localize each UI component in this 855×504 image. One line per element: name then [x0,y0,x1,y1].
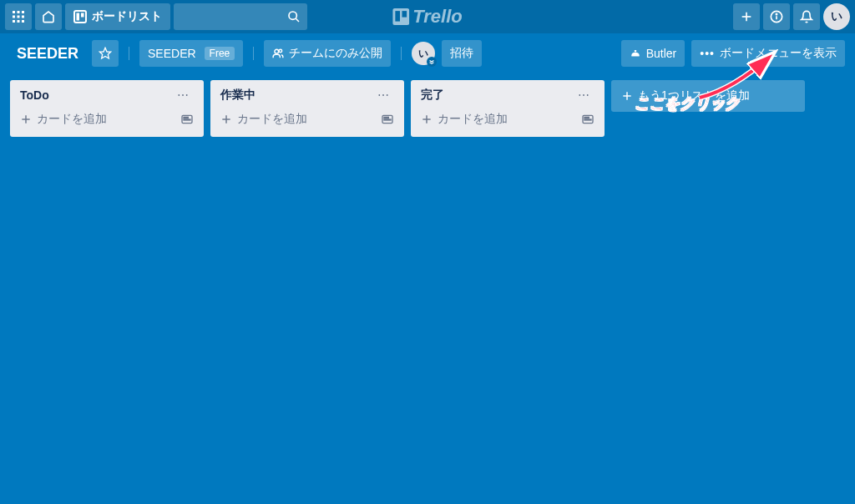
board-header: SEEDER SEEDER Free チームにのみ公開 い 招待 Butler … [0,33,855,73]
card-template-button[interactable] [177,109,197,129]
svg-rect-9 [74,11,86,23]
list-menu-button[interactable]: ⋯ [372,87,394,103]
svg-rect-2 [22,11,24,13]
butler-button[interactable]: Butler [621,40,686,67]
list-title[interactable]: ToDo [20,88,49,102]
svg-rect-16 [402,11,407,18]
list: ToDo ⋯ カードを追加 [10,80,204,137]
svg-point-21 [776,13,777,14]
svg-rect-0 [13,11,15,13]
search-icon [287,10,301,23]
list: 完了 ⋯ カードを追加 [411,80,605,137]
svg-line-13 [296,18,299,22]
list-title[interactable]: 作業中 [220,88,255,103]
invite-label: 招待 [450,46,473,61]
top-header: ボードリスト Trello い [0,0,855,33]
team-plan-badge: Free [205,47,235,60]
svg-rect-7 [18,20,20,23]
notifications-button[interactable] [793,3,820,30]
svg-rect-39 [584,117,589,118]
svg-point-24 [279,49,282,53]
logo[interactable]: Trello [392,6,463,28]
svg-rect-5 [22,16,24,18]
svg-rect-40 [584,119,591,120]
plus-icon [20,113,32,125]
add-list-label: もう1つリストを追加 [638,88,750,103]
card-template-button[interactable] [578,109,598,129]
team-icon [272,48,284,59]
svg-rect-25 [635,50,636,52]
home-button[interactable] [35,3,62,30]
trello-logo-icon [392,8,409,25]
add-card-button[interactable]: カードを追加 [17,108,177,130]
template-icon [180,113,194,126]
trello-board-icon [73,10,87,23]
search-input[interactable] [174,3,307,30]
star-icon [99,47,112,60]
apps-button[interactable] [5,3,32,30]
list: 作業中 ⋯ カードを追加 [210,80,404,137]
board-member-avatar[interactable]: い [412,42,435,65]
svg-rect-10 [77,13,80,21]
svg-marker-22 [99,48,110,58]
board-title[interactable]: SEEDER [10,45,85,63]
user-avatar[interactable]: い [823,3,850,30]
add-card-button[interactable]: カードを追加 [217,108,377,130]
team-name: SEEDER [148,47,196,60]
butler-icon [630,48,641,59]
ellipsis-icon: ••• [700,47,715,60]
team-button[interactable]: SEEDER Free [139,40,243,67]
admin-badge-icon [427,57,437,67]
plus-icon [740,10,753,23]
add-card-label: カードを追加 [237,112,307,127]
add-card-label: カードを追加 [37,112,107,127]
svg-rect-1 [18,11,20,13]
add-card-label: カードを追加 [438,112,508,127]
svg-point-23 [275,49,279,53]
create-button[interactable] [733,3,760,30]
svg-rect-35 [384,119,391,120]
info-icon [770,10,783,23]
plus-icon [421,113,433,125]
list-menu-button[interactable]: ⋯ [172,87,194,103]
svg-rect-15 [395,11,400,22]
avatar-initial: い [831,9,842,24]
template-icon [381,113,394,126]
add-card-button[interactable]: カードを追加 [417,108,578,130]
boards-button[interactable]: ボードリスト [65,3,170,30]
bell-icon [800,10,813,23]
svg-rect-30 [184,119,190,120]
board-canvas: ToDo ⋯ カードを追加 作業中 ⋯ カードを追加 [0,73,855,144]
visibility-button[interactable]: チームにのみ公開 [264,40,391,67]
svg-rect-4 [18,16,20,18]
card-template-button[interactable] [377,109,397,129]
logo-text: Trello [412,6,463,28]
svg-rect-3 [13,16,15,18]
show-menu-button[interactable]: ••• ボードメニューを表示 [691,40,845,67]
info-button[interactable] [763,3,790,30]
svg-rect-14 [392,8,409,25]
visibility-label: チームにのみ公開 [289,46,382,61]
svg-rect-6 [13,20,15,23]
grid-icon [12,10,25,23]
plus-icon [220,113,232,125]
star-button[interactable] [92,40,119,67]
svg-rect-29 [184,117,188,118]
svg-rect-34 [384,117,388,118]
butler-label: Butler [646,47,677,60]
home-icon [42,10,55,23]
plus-icon [621,90,633,102]
svg-rect-11 [81,13,84,18]
template-icon [581,113,594,126]
show-menu-label: ボードメニューを表示 [720,46,837,61]
invite-button[interactable]: 招待 [442,40,482,67]
svg-point-12 [289,12,296,19]
add-list-button[interactable]: もう1つリストを追加 [611,80,805,112]
boards-button-label: ボードリスト [92,9,162,24]
list-title[interactable]: 完了 [421,88,444,103]
list-menu-button[interactable]: ⋯ [573,87,594,103]
svg-rect-8 [22,20,24,23]
